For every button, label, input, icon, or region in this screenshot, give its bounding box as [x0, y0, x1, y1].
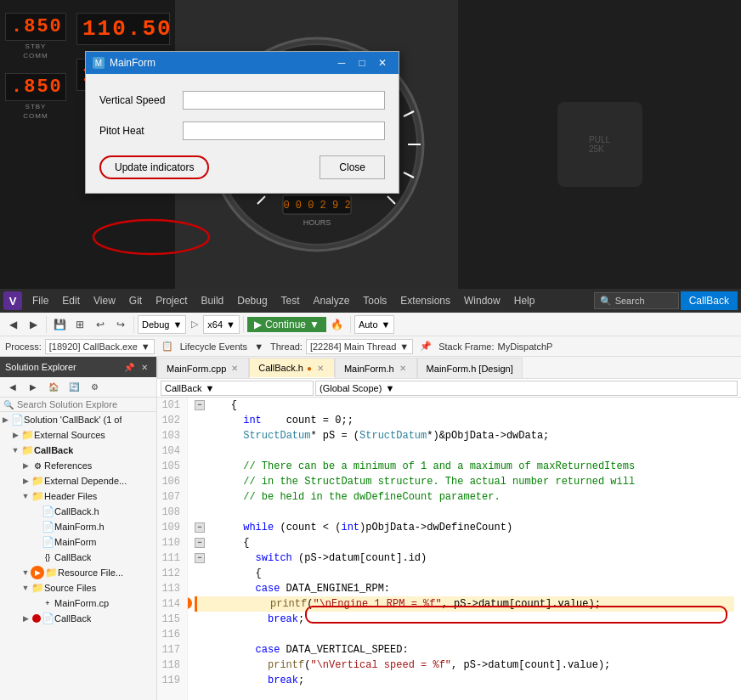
dialog-close-button[interactable]: ✕	[373, 55, 392, 71]
tree-node-mainform[interactable]: 📄 MainForm	[0, 534, 156, 550]
scope-dropdown-left[interactable]: CallBack ▼	[161, 381, 314, 396]
se-search-icon: 🔍	[3, 400, 14, 409]
tree-expand-mainformh	[31, 522, 41, 532]
tab-callback-h-label: CallBack.h	[258, 363, 303, 373]
vs-search-box[interactable]: 🔍 Search	[594, 292, 679, 309]
thread-dropdown[interactable]: [22284] Main Thread ▼	[306, 339, 413, 354]
vs-main: Solution Explorer 📌 ✕ ◀ ▶ 🏠 🔄 ⚙ 🔍	[0, 357, 741, 700]
fold-101[interactable]: −	[195, 400, 205, 410]
tab-callback-h-close[interactable]: ✕	[315, 364, 325, 373]
fold-110[interactable]: −	[195, 538, 205, 548]
process-dropdown[interactable]: [18920] CallBack.exe ▼	[45, 339, 155, 354]
menu-tools[interactable]: Tools	[356, 289, 393, 313]
tree-node-external-sources[interactable]: ▶ 📁 External Sources	[0, 427, 156, 443]
tab-mainform-design[interactable]: MainForm.h [Design]	[417, 358, 523, 378]
tree-node-callback[interactable]: ▼ 📁 CallBack	[0, 443, 156, 458]
scope-dropdown-right[interactable]: (Global Scope) ▼	[315, 381, 738, 396]
dialog-minimize-button[interactable]: ─	[332, 55, 351, 71]
menu-help[interactable]: Help	[507, 289, 542, 313]
solution-explorer: Solution Explorer 📌 ✕ ◀ ▶ 🏠 🔄 ⚙ 🔍	[0, 357, 157, 700]
menu-project[interactable]: Project	[149, 289, 194, 313]
code-line-107: // be held in the dwDefineCount paramete…	[195, 489, 734, 505]
tree-node-ext-depends[interactable]: ▶ 📁 External Depende...	[0, 473, 156, 488]
code-line-117: case DATA_VERTICAL_SPEED:	[195, 642, 734, 658]
debug-arrow-line: ▶	[188, 597, 192, 609]
redo-button[interactable]: ↪	[111, 315, 130, 334]
tree-node-header-files[interactable]: ▼ 📁 Header Files	[0, 488, 156, 504]
lifecycle-icon: 📋	[161, 341, 173, 352]
tree-node-resource-files[interactable]: ▼ ▶ 📁 Resource File...	[0, 565, 156, 580]
code-text-106: // in the StructDatum structure. The act…	[206, 474, 635, 489]
fold-109[interactable]: −	[195, 522, 205, 533]
menu-window[interactable]: Window	[457, 289, 507, 313]
tree-node-mainformcpp[interactable]: + MainForm.cp	[0, 596, 156, 611]
se-home-button[interactable]: 🏠	[44, 378, 63, 397]
se-forward-button[interactable]: ▶	[24, 378, 42, 397]
tab-mainform-cpp[interactable]: MainForm.cpp ✕	[157, 358, 249, 378]
tree-node-callback-curly[interactable]: {} CallBack	[0, 550, 156, 565]
tree-label-callback-curly: CallBack	[54, 552, 91, 562]
menu-edit[interactable]: Edit	[55, 289, 87, 313]
instrument-panel: .850 STBY COMM .850 STBY COMM 110.50 113…	[0, 0, 741, 289]
pitot-heat-field: Pitot Heat	[99, 121, 385, 140]
search-icon: 🔍	[600, 296, 612, 307]
back-button[interactable]: ◀	[3, 315, 22, 334]
menu-view[interactable]: View	[87, 289, 122, 313]
process-separator: ▼	[254, 342, 263, 352]
se-settings-button[interactable]: ⚙	[85, 378, 104, 397]
callback-menu-button[interactable]: CallBack	[681, 291, 738, 310]
hot-reload-button[interactable]: 🔥	[328, 315, 347, 334]
tree-node-mainformh[interactable]: 📄 MainForm.h	[0, 519, 156, 534]
auto-dropdown[interactable]: Auto ▼	[354, 315, 395, 334]
vertical-speed-input[interactable]	[183, 91, 385, 110]
right-instrument: PULL25K	[557, 102, 642, 187]
code-content[interactable]: − { int count = 0;; StructDatum* pS = (S…	[188, 398, 741, 700]
se-sync-button[interactable]: 🔄	[65, 378, 83, 397]
se-header: Solution Explorer 📌 ✕	[0, 357, 156, 377]
breakpoint-dot	[32, 614, 41, 623]
undo-button[interactable]: ↩	[91, 315, 110, 334]
dialog-maximize-button[interactable]: □	[353, 55, 371, 71]
tree-expand-callback: ▼	[10, 445, 20, 455]
tree-node-solution[interactable]: ▶ 📄 Solution 'CallBack' (1 of	[0, 412, 156, 427]
tab-callback-h[interactable]: CallBack.h ● ✕	[249, 358, 335, 378]
process-chevron: ▼	[141, 342, 150, 352]
fold-111[interactable]: −	[195, 553, 205, 563]
save-button[interactable]: 💾	[50, 315, 69, 334]
tree-node-references[interactable]: ▶ ⚙ References	[0, 458, 156, 473]
menu-build[interactable]: Build	[195, 289, 231, 313]
tab-mainform-cpp-close[interactable]: ✕	[229, 364, 240, 373]
code-line-119: break;	[195, 673, 734, 688]
close-dialog-button[interactable]: Close	[320, 155, 385, 179]
tab-mainform-design-label: MainForm.h [Design]	[427, 364, 513, 374]
vs-ide: V File Edit View Git Project Build Debug…	[0, 289, 741, 700]
editor-area: MainForm.cpp ✕ CallBack.h ● ✕ MainForm.h…	[157, 357, 741, 700]
save-all-button[interactable]: ⊞	[71, 315, 89, 334]
update-indicators-button[interactable]: Update indicators	[99, 155, 209, 179]
forward-button[interactable]: ▶	[24, 315, 42, 334]
menu-debug[interactable]: Debug	[230, 289, 274, 313]
pitot-heat-input[interactable]	[183, 121, 385, 140]
tab-mainform-h-close[interactable]: ✕	[398, 364, 408, 373]
platform-dropdown[interactable]: x64 ▼	[203, 315, 240, 334]
tree-node-callback-bottom[interactable]: ▶ 📄 CallBack	[0, 611, 156, 626]
menu-extensions[interactable]: Extensions	[393, 289, 457, 313]
tree-node-callbackh[interactable]: 📄 CallBack.h	[0, 504, 156, 519]
tab-mainform-h[interactable]: MainForm.h ✕	[335, 358, 417, 378]
se-search-input[interactable]	[17, 399, 153, 409]
continue-button[interactable]: ▶ Continue ▼	[247, 317, 326, 332]
menu-file[interactable]: File	[25, 289, 55, 313]
lifecycle-label: Lifecycle Events	[180, 342, 247, 352]
menu-git[interactable]: Git	[122, 289, 149, 313]
se-close-button[interactable]: ✕	[138, 360, 151, 374]
platform-label: x64	[207, 319, 223, 330]
menu-analyze[interactable]: Analyze	[307, 289, 357, 313]
debug-mode-dropdown[interactable]: Debug ▼	[138, 315, 186, 334]
tree-label-source: Source Files	[44, 583, 96, 593]
continue-label: Continue	[265, 319, 306, 330]
menu-test[interactable]: Test	[274, 289, 307, 313]
se-back-button[interactable]: ◀	[3, 378, 22, 397]
tree-expand-solution: ▶	[0, 415, 10, 425]
se-pin-button[interactable]: 📌	[122, 360, 136, 374]
tree-node-source-files[interactable]: ▼ 📁 Source Files	[0, 580, 156, 596]
